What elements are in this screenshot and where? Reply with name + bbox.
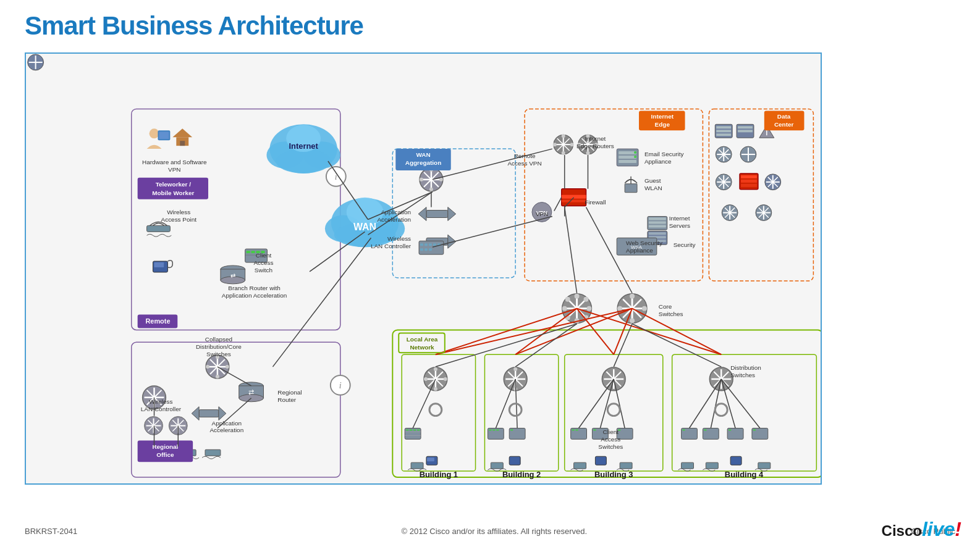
svg-point-182	[150, 128, 159, 138]
svg-rect-175	[683, 430, 685, 431]
svg-rect-366	[411, 462, 423, 469]
svg-text:⇄: ⇄	[230, 272, 235, 279]
svg-text:Client: Client	[603, 428, 619, 435]
svg-rect-213	[426, 211, 448, 218]
svg-marker-259	[192, 407, 199, 420]
svg-text:Appliance: Appliance	[644, 158, 672, 165]
page-title: Smart Business Architecture	[25, 11, 363, 41]
svg-rect-265	[205, 449, 221, 456]
svg-text:Firewall: Firewall	[585, 199, 606, 206]
svg-rect-370	[509, 456, 520, 465]
svg-text:Remote: Remote	[514, 152, 536, 159]
svg-text:Office: Office	[156, 451, 174, 458]
svg-text:Internet: Internet	[289, 141, 318, 151]
svg-point-116	[584, 297, 589, 302]
svg-point-48	[634, 151, 636, 154]
svg-line-291	[721, 379, 760, 428]
svg-text:Internet: Internet	[669, 215, 690, 222]
svg-text:Switches: Switches	[206, 351, 231, 357]
svg-text:Hardware and Software: Hardware and Software	[142, 159, 207, 165]
svg-rect-187	[180, 141, 185, 146]
live-text: live	[922, 518, 955, 540]
svg-rect-168	[572, 430, 575, 431]
svg-text:Wireless: Wireless	[387, 235, 411, 242]
svg-rect-54	[649, 221, 666, 223]
svg-rect-157	[406, 430, 408, 431]
svg-text:Edge: Edge	[655, 121, 670, 128]
svg-rect-158	[410, 430, 412, 431]
svg-rect-224	[420, 248, 423, 251]
svg-text:Edge Routers: Edge Routers	[577, 143, 614, 149]
svg-point-29	[570, 143, 574, 146]
svg-marker-185	[172, 128, 192, 137]
svg-rect-159	[413, 430, 416, 431]
svg-line-382	[554, 198, 562, 211]
svg-line-274	[577, 309, 614, 355]
svg-text:WLAN: WLAN	[644, 185, 662, 191]
svg-text:Access Point: Access Point	[161, 216, 197, 223]
architecture-diagram: WAN	[25, 52, 822, 485]
svg-rect-191	[251, 251, 255, 253]
svg-rect-90	[741, 184, 757, 187]
svg-text:Wireless: Wireless	[149, 398, 172, 405]
svg-rect-196	[154, 262, 164, 267]
svg-line-268	[272, 238, 371, 367]
svg-text:Regional: Regional	[152, 443, 178, 450]
svg-rect-89	[741, 180, 757, 183]
svg-text:Local Area: Local Area	[407, 336, 438, 343]
svg-text:Acceleration: Acceleration	[209, 427, 243, 433]
svg-text:WAN: WAN	[416, 151, 430, 158]
svg-rect-63	[716, 126, 731, 128]
svg-point-133	[434, 367, 437, 371]
svg-rect-3	[525, 109, 703, 280]
svg-point-134	[434, 387, 437, 391]
svg-point-111	[575, 294, 580, 299]
svg-rect-373	[620, 462, 632, 469]
svg-text:Appliance: Appliance	[626, 247, 653, 254]
svg-text:Client: Client	[256, 252, 272, 259]
svg-point-27	[562, 151, 565, 155]
svg-text:Web Security: Web Security	[626, 240, 662, 246]
svg-text:Branch Router with: Branch Router with	[228, 285, 281, 291]
svg-rect-225	[425, 248, 428, 251]
svg-rect-163	[492, 430, 495, 431]
svg-rect-257	[199, 410, 219, 417]
svg-rect-368	[427, 457, 434, 461]
svg-rect-45	[619, 151, 636, 154]
svg-text:Internet: Internet	[651, 113, 674, 120]
svg-rect-222	[433, 243, 436, 246]
svg-rect-374	[682, 462, 694, 469]
svg-text:Remote: Remote	[145, 317, 170, 325]
svg-rect-65	[716, 133, 731, 136]
svg-rect-218	[419, 241, 444, 254]
svg-point-212	[439, 178, 443, 182]
svg-point-49	[634, 156, 636, 158]
svg-rect-64	[716, 130, 731, 132]
svg-point-392	[715, 404, 727, 416]
svg-point-115	[565, 297, 570, 302]
svg-text:Center: Center	[774, 121, 794, 128]
svg-point-390	[509, 404, 522, 416]
footer-left: BRKRST-2041	[25, 527, 77, 536]
svg-rect-55	[649, 225, 666, 227]
cisco-live-logo: Ciscolive!	[882, 518, 961, 541]
svg-rect-160	[417, 430, 420, 431]
svg-rect-190	[247, 251, 250, 253]
svg-point-127	[642, 306, 647, 311]
svg-rect-377	[758, 462, 771, 469]
svg-text:Internet: Internet	[585, 135, 606, 142]
svg-text:VPN: VPN	[536, 211, 548, 217]
svg-line-272	[515, 309, 577, 355]
svg-text:Switches: Switches	[659, 311, 683, 317]
svg-marker-214	[448, 207, 456, 221]
svg-text:LAN Controller: LAN Controller	[141, 406, 182, 412]
svg-rect-220	[425, 243, 428, 246]
svg-point-233	[216, 375, 219, 378]
svg-text:Teleworker /: Teleworker /	[156, 181, 191, 188]
svg-text:Switches: Switches	[730, 372, 755, 378]
svg-point-26	[562, 134, 565, 138]
svg-line-296	[433, 216, 552, 247]
svg-text:Distribution: Distribution	[730, 364, 761, 371]
svg-point-114	[586, 306, 591, 311]
svg-rect-162	[489, 430, 491, 431]
